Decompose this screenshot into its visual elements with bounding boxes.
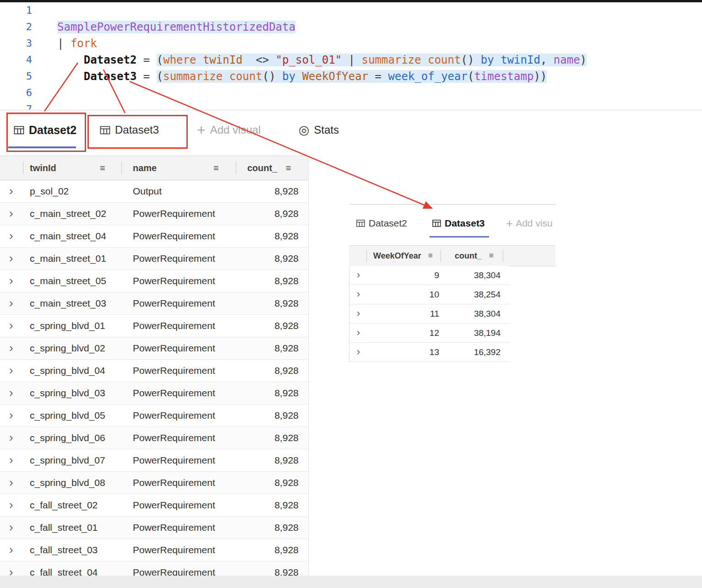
code-text: SamplePowerRequirementHistorizedData [57,19,295,35]
table-row[interactable]: ›1138,304 [349,304,510,324]
table-row[interactable]: ›c_spring_blvd_07PowerRequirement8,928 [0,449,308,472]
column-header-count[interactable]: count_ [247,156,278,180]
expand-chevron-icon[interactable]: › [9,248,13,269]
add-visual-button[interactable]: + Add visual [197,120,261,140]
table-row[interactable]: ›c_spring_blvd_04PowerRequirement8,928 [0,360,308,382]
table-row[interactable]: ›c_main_street_04PowerRequirement8,928 [0,225,308,248]
cell-name: PowerRequirement [133,248,215,270]
cell-name: PowerRequirement [133,472,215,494]
table-icon [432,220,441,227]
expand-chevron-icon[interactable]: › [9,517,13,538]
column-menu-icon[interactable]: ≡ [213,156,219,180]
cell-twinid: c_spring_blvd_05 [30,405,105,426]
expand-chevron-icon[interactable]: › [9,225,13,246]
cell-twinid: c_spring_blvd_03 [30,382,105,404]
panel-top-border [349,204,555,205]
table-row[interactable]: ›c_main_street_03PowerRequirement8,928 [0,292,308,315]
expand-chevron-icon[interactable]: › [9,472,13,493]
table-row[interactable]: ›1316,392 [349,343,510,362]
panel-active-tab-underline [430,236,489,237]
table-row[interactable]: ›c_fall_street_02PowerRequirement8,928 [0,494,308,517]
table-row[interactable]: ›938,304 [349,266,510,285]
expand-chevron-icon[interactable]: › [9,539,13,560]
code-text: | fork [57,35,97,52]
table-row[interactable]: ›c_spring_blvd_03PowerRequirement8,928 [0,382,308,405]
line-number: 3 [0,35,32,52]
code-text: Dataset3 = (summarize count() by WeekOfY… [57,68,547,85]
panel-tab-dataset3[interactable]: Dataset3 [432,214,485,232]
table-row[interactable]: ›c_spring_blvd_06PowerRequirement8,928 [0,427,308,449]
expand-chevron-icon[interactable]: › [9,449,13,470]
table-row[interactable]: ›c_spring_blvd_08PowerRequirement8,928 [0,472,308,494]
table-icon [356,220,365,227]
column-menu-icon[interactable]: ≡ [100,156,105,180]
table-row[interactable]: ›c_spring_blvd_02PowerRequirement8,928 [0,337,308,360]
column-separator [503,250,503,262]
expand-chevron-icon[interactable]: › [357,266,360,284]
expand-chevron-icon[interactable]: › [9,270,13,291]
table-row[interactable]: ›c_spring_blvd_01PowerRequirement8,928 [0,315,308,337]
line-number: 4 [0,52,32,68]
column-header-twinid[interactable]: twinId [30,156,56,180]
column-menu-icon[interactable]: ≡ [489,246,494,266]
column-header-weekofyear[interactable]: WeekOfYear [373,246,421,266]
stats-button[interactable]: ◎ Stats [299,120,339,140]
cell-name: PowerRequirement [133,225,215,247]
expand-chevron-icon[interactable]: › [9,405,13,426]
dataset3-inset-panel: Dataset2 Dataset3 + Add visu WeekOfYear … [349,204,556,370]
table-row[interactable]: ›c_spring_blvd_05PowerRequirement8,928 [0,405,308,427]
expand-chevron-icon[interactable]: › [357,304,360,322]
cell-count: 8,928 [274,517,299,539]
cell-name: Output [133,180,162,202]
column-separator [366,250,367,262]
expand-chevron-icon[interactable]: › [357,285,360,303]
table-row[interactable]: ›c_fall_street_03PowerRequirement8,928 [0,539,308,561]
expand-chevron-icon[interactable]: › [357,343,360,361]
expand-chevron-icon[interactable]: › [9,494,13,515]
table-row[interactable]: ›1238,194 [349,324,510,343]
line-number: 7 [0,101,32,109]
cell-name: PowerRequirement [133,517,215,539]
cell-count: 8,928 [274,292,299,314]
expand-chevron-icon[interactable]: › [357,324,360,341]
table-row[interactable]: ›c_main_street_05PowerRequirement8,928 [0,270,308,292]
expand-chevron-icon[interactable]: › [9,337,13,358]
expand-chevron-icon[interactable]: › [9,292,13,313]
tab-dataset3[interactable]: Dataset3 [100,120,159,140]
expand-chevron-icon[interactable]: › [9,180,13,201]
expand-chevron-icon[interactable]: › [9,203,13,224]
cell-weekofyear: 11 [430,304,439,323]
table-row[interactable]: ›1038,254 [349,285,510,304]
expand-chevron-icon[interactable]: › [9,382,13,403]
expand-chevron-icon[interactable]: › [9,360,13,381]
table-row[interactable]: ›c_main_street_02PowerRequirement8,928 [0,203,308,225]
cell-count: 8,928 [274,225,299,247]
table-row[interactable]: ›p_sol_02Output8,928 [0,180,308,203]
table-row[interactable]: ›c_fall_street_01PowerRequirement8,928 [0,517,308,539]
code-line: 1 [0,2,702,19]
cell-weekofyear: 12 [430,324,439,342]
dataset3-table-header: WeekOfYear ≡ count_ ≡ [349,245,555,266]
cell-name: PowerRequirement [133,494,215,516]
tab-dataset2[interactable]: Dataset2 [14,120,76,140]
expand-chevron-icon[interactable]: › [9,315,13,336]
code-line: 5 Dataset3 = (summarize count() by WeekO… [0,68,702,85]
panel-tab-dataset3-label: Dataset3 [445,218,485,229]
cell-count: 8,928 [274,360,299,382]
cell-name: PowerRequirement [133,405,215,426]
column-header-count[interactable]: count_ [455,246,482,266]
column-header-name[interactable]: name [133,156,157,180]
column-separator [23,162,23,174]
column-separator [121,162,122,174]
cell-count: 8,928 [274,494,299,516]
expand-chevron-icon[interactable]: › [9,427,13,448]
cell-twinid: c_spring_blvd_01 [30,315,105,337]
column-menu-icon[interactable]: ≡ [428,246,433,266]
panel-add-visual-button[interactable]: + Add visu [506,215,555,232]
panel-tab-dataset2[interactable]: Dataset2 [356,214,407,232]
query-editor[interactable]: 12SamplePowerRequirementHistorizedData3|… [0,2,702,109]
plus-icon: + [197,123,206,137]
dataset3-table-body: ›938,304›1038,254›1138,304›1238,194›1316… [349,266,510,362]
table-row[interactable]: ›c_main_street_01PowerRequirement8,928 [0,248,308,270]
column-menu-icon[interactable]: ≡ [286,156,291,180]
